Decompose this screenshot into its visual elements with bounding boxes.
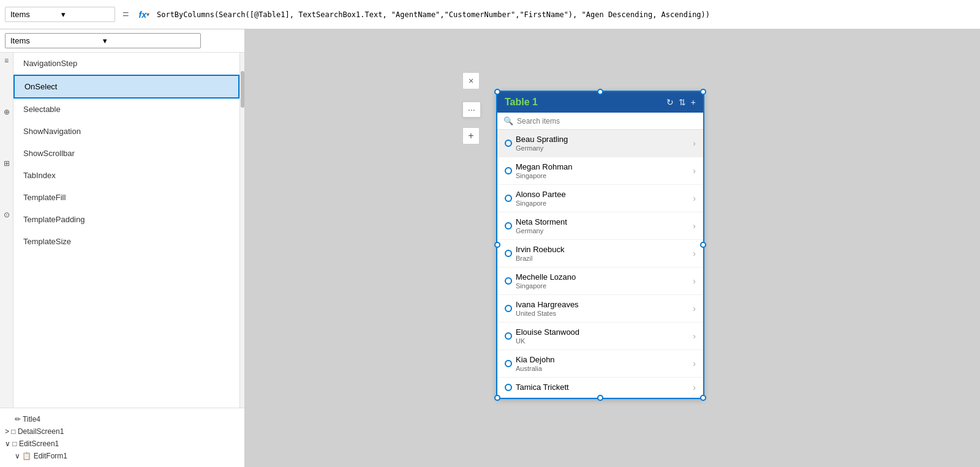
search-icon: 🔍 bbox=[503, 116, 513, 125]
handle-bot-mid[interactable] bbox=[597, 395, 603, 401]
panel-header: Items ▾ bbox=[0, 29, 244, 53]
property-item-templatesize[interactable]: TemplateSize bbox=[13, 231, 239, 253]
property-item-templatepadding[interactable]: TemplatePadding bbox=[13, 209, 239, 231]
handle-top-left[interactable] bbox=[494, 89, 500, 95]
search-input[interactable] bbox=[517, 117, 697, 125]
handle-mid-right[interactable] bbox=[700, 242, 706, 248]
row-content: Beau SpratlingGermany bbox=[516, 135, 693, 152]
row-select-circle bbox=[505, 305, 512, 312]
row-chevron-icon: › bbox=[693, 359, 696, 368]
fx-chevron: ▾ bbox=[146, 11, 149, 18]
handle-bot-right[interactable] bbox=[700, 395, 706, 401]
tree-icon[interactable]: ⊙ bbox=[1, 209, 12, 220]
row-content: Tamica Trickett bbox=[516, 383, 693, 392]
row-chevron-icon: › bbox=[693, 221, 696, 231]
row-chevron-icon: › bbox=[693, 193, 696, 203]
row-name: Beau Spratling bbox=[516, 135, 693, 144]
property-item-templatefill[interactable]: TemplateFill bbox=[13, 187, 239, 209]
property-item-tabindex[interactable]: TabIndex bbox=[13, 165, 239, 187]
tree-node-editform1[interactable]: ∨ 📋 EditForm1 bbox=[5, 450, 239, 462]
row-content: Ivana HargreavesUnited States bbox=[516, 300, 693, 317]
equals-icon[interactable]: = bbox=[120, 8, 132, 21]
table-row[interactable]: Neta StormentGermany› bbox=[497, 212, 703, 240]
fx-icon[interactable]: fx ▾ bbox=[137, 10, 152, 20]
table-title: Table 1 bbox=[505, 97, 662, 108]
row-content: Mechelle LozanoSingapore bbox=[516, 272, 693, 290]
scrollbar-track[interactable] bbox=[239, 53, 244, 408]
row-country: Germany bbox=[516, 144, 693, 152]
table-row[interactable]: Megan RohmanSingapore› bbox=[497, 157, 703, 185]
row-content: Elouise StanwoodUK bbox=[516, 327, 693, 345]
property-item-onselect[interactable]: OnSelect bbox=[13, 75, 239, 99]
row-chevron-icon: › bbox=[693, 248, 696, 258]
refresh-icon[interactable]: ↻ bbox=[666, 97, 674, 107]
left-content: ≡ ⊕ ⊞ ⊙ NavigationStepOnSelectSelectable… bbox=[0, 53, 244, 408]
row-country: Brazil bbox=[516, 255, 693, 262]
row-country: United States bbox=[516, 310, 693, 317]
data-icon[interactable]: ⊞ bbox=[1, 158, 12, 169]
ellipsis-button[interactable]: ··· bbox=[462, 102, 481, 118]
row-name: Irvin Roebuck bbox=[516, 245, 693, 254]
row-select-circle bbox=[505, 195, 512, 202]
property-item-shownavigation[interactable]: ShowNavigation bbox=[13, 121, 239, 143]
row-name: Ivana Hargreaves bbox=[516, 300, 693, 309]
row-chevron-icon: › bbox=[693, 331, 696, 341]
tree-node-detailscreen1[interactable]: > □ DetailScreen1 bbox=[5, 425, 239, 438]
table-row[interactable]: Elouise StanwoodUK› bbox=[497, 323, 703, 350]
formula-text[interactable]: SortByColumns(Search([@Table1], TextSear… bbox=[157, 10, 975, 19]
handle-mid-left[interactable] bbox=[494, 242, 500, 248]
table-row[interactable]: Alonso ParteeSingapore› bbox=[497, 185, 703, 212]
row-select-circle bbox=[505, 332, 512, 340]
close-button[interactable]: × bbox=[462, 72, 480, 89]
scrollbar-thumb[interactable] bbox=[241, 71, 244, 108]
left-panel: Items ▾ ≡ ⊕ ⊞ ⊙ NavigationStepOnSelectSe… bbox=[0, 29, 245, 467]
row-name: Elouise Stanwood bbox=[516, 327, 693, 337]
dropdown-chevron-icon: ▾ bbox=[103, 36, 195, 45]
row-country: Germany bbox=[516, 227, 693, 234]
row-country: Australia bbox=[516, 365, 693, 372]
items-label: Items bbox=[10, 36, 103, 45]
row-chevron-icon: › bbox=[693, 138, 696, 148]
add-left-button[interactable]: + bbox=[462, 127, 480, 144]
table-row[interactable]: Beau SpratlingGermany› bbox=[497, 130, 703, 157]
property-item-showscrollbar[interactable]: ShowScrollbar bbox=[13, 143, 239, 165]
add-row-icon[interactable]: + bbox=[691, 97, 696, 107]
table-list: Beau SpratlingGermany›Megan RohmanSingap… bbox=[497, 130, 703, 398]
property-item-selectable[interactable]: Selectable bbox=[13, 99, 239, 121]
tree-node-title4[interactable]: ✏ Title4 bbox=[5, 413, 239, 425]
table-row[interactable]: Mechelle LozanoSingapore› bbox=[497, 267, 703, 295]
row-country: Singapore bbox=[516, 200, 693, 207]
chevron-down-icon: ▾ bbox=[61, 10, 110, 19]
layers-icon[interactable]: ≡ bbox=[1, 55, 12, 66]
row-country: Singapore bbox=[516, 282, 693, 290]
handle-bot-left[interactable] bbox=[494, 395, 500, 401]
table-widget: Table 1 ↻ ⇅ + 🔍 Beau SpratlingGermany›Me… bbox=[496, 91, 704, 399]
row-select-circle bbox=[505, 360, 512, 367]
table-row[interactable]: Ivana HargreavesUnited States› bbox=[497, 295, 703, 323]
row-select-circle bbox=[505, 250, 512, 257]
row-name: Alonso Partee bbox=[516, 190, 693, 199]
ellipsis-icon: ··· bbox=[468, 105, 475, 114]
row-content: Megan RohmanSingapore bbox=[516, 162, 693, 179]
canvas-area[interactable]: × + ··· Table 1 ↻ ⇅ + bbox=[245, 29, 980, 467]
property-dropdown[interactable]: Items ▾ bbox=[5, 7, 115, 22]
row-select-circle bbox=[505, 222, 512, 230]
row-country: Singapore bbox=[516, 172, 693, 179]
handle-top-mid[interactable] bbox=[597, 89, 603, 95]
table-row[interactable]: Irvin RoebuckBrazil› bbox=[497, 240, 703, 267]
property-item-navigationstep[interactable]: NavigationStep bbox=[13, 53, 239, 75]
plus-icon: + bbox=[468, 130, 473, 141]
table-row[interactable]: Kia DejohnAustralia› bbox=[497, 350, 703, 378]
row-name: Kia Dejohn bbox=[516, 355, 693, 364]
row-content: Neta StormentGermany bbox=[516, 217, 693, 234]
fx-label: fx bbox=[139, 10, 146, 20]
components-icon[interactable]: ⊕ bbox=[1, 106, 12, 118]
row-select-circle bbox=[505, 140, 512, 147]
row-content: Irvin RoebuckBrazil bbox=[516, 245, 693, 262]
row-chevron-icon: › bbox=[693, 276, 696, 286]
sort-icon[interactable]: ⇅ bbox=[679, 97, 686, 107]
items-dropdown[interactable]: Items ▾ bbox=[5, 33, 201, 48]
tree-node-editscreen1[interactable]: ∨ □ EditScreen1 bbox=[5, 438, 239, 450]
handle-top-right[interactable] bbox=[700, 89, 706, 95]
row-content: Alonso ParteeSingapore bbox=[516, 190, 693, 207]
